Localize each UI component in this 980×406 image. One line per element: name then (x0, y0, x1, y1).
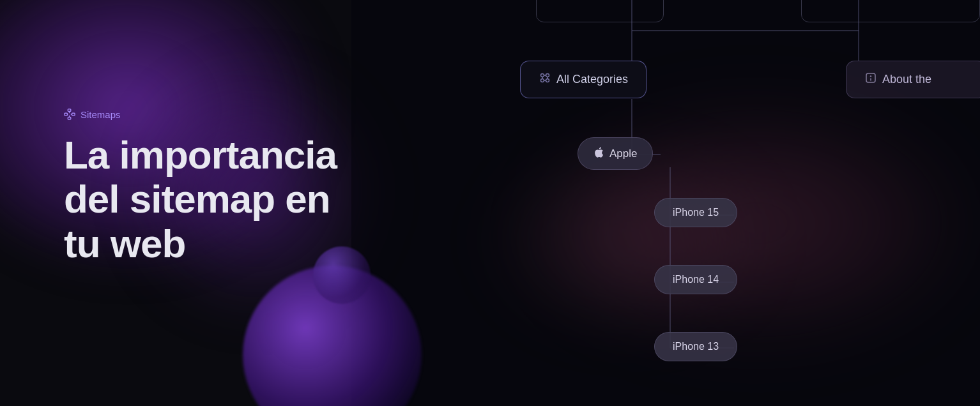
left-content: Sitemaps La importancia del sitemap en t… (64, 109, 337, 266)
svg-point-20 (546, 79, 549, 82)
svg-rect-0 (65, 113, 68, 116)
svg-rect-2 (68, 117, 71, 120)
node-about[interactable]: About the (846, 61, 980, 98)
about-icon (864, 71, 877, 87)
all-categories-label: All Categories (556, 73, 628, 86)
sitemaps-label: Sitemaps (64, 109, 337, 120)
node-iphone-15[interactable]: iPhone 15 (654, 198, 737, 227)
node-all-categories[interactable]: All Categories (520, 61, 647, 98)
node-iphone-13[interactable]: iPhone 13 (654, 332, 737, 361)
iphone13-label: iPhone 13 (673, 341, 719, 352)
sitemap-diagram: All Categories About the Apple iPhone 15… (501, 0, 980, 406)
iphone15-label: iPhone 15 (673, 207, 719, 218)
svg-point-17 (541, 74, 544, 77)
node-apple[interactable]: Apple (578, 137, 653, 170)
sitemap-icon (64, 109, 75, 120)
svg-rect-25 (866, 73, 875, 82)
svg-rect-1 (68, 109, 71, 112)
svg-point-26 (870, 75, 871, 77)
apple-label: Apple (609, 147, 637, 160)
main-title: La importancia del sitemap en tu web (64, 133, 337, 266)
sitemaps-text: Sitemaps (80, 109, 121, 120)
node-top-right-partial (801, 0, 980, 22)
node-top-left-partial (536, 0, 664, 22)
about-label: About the (882, 73, 931, 86)
svg-rect-3 (72, 113, 75, 116)
svg-point-19 (541, 79, 544, 82)
node-iphone-14[interactable]: iPhone 14 (654, 265, 737, 294)
svg-point-18 (546, 74, 549, 77)
iphone14-label: iPhone 14 (673, 274, 719, 285)
categories-icon (539, 71, 551, 87)
apple-logo-icon (593, 147, 604, 160)
